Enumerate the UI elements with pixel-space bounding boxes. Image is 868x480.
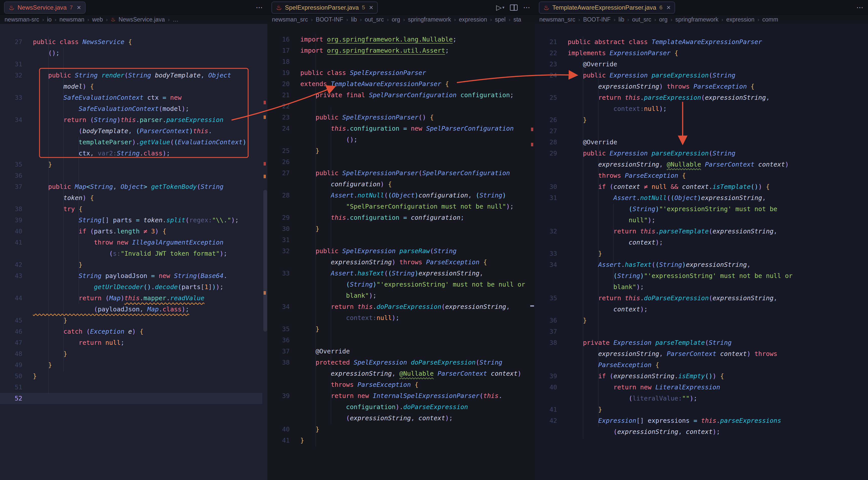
code-row[interactable]: context:null);: [268, 312, 530, 324]
code-row[interactable]: 34 return (String)this.parser.parseExpre…: [0, 115, 262, 126]
line-number[interactable]: [535, 270, 557, 282]
code-row[interactable]: 22implements ExpressionParser {: [535, 47, 863, 59]
code-row[interactable]: (payloadJson, Map.class);: [0, 304, 262, 315]
line-number[interactable]: [268, 179, 290, 190]
code-row[interactable]: 37: [535, 326, 863, 337]
line-number[interactable]: [535, 203, 557, 215]
line-number[interactable]: 41: [0, 237, 22, 248]
line-number[interactable]: 47: [0, 337, 22, 348]
tab-newsservice[interactable]: ♨ NewsService.java 7 ×: [4, 2, 86, 14]
code-row[interactable]: throws ParseException {: [268, 379, 530, 390]
code-row[interactable]: ParseException {: [535, 359, 863, 371]
line-number[interactable]: 31: [268, 234, 290, 246]
line-number[interactable]: 34: [0, 115, 22, 126]
code-row[interactable]: model) {: [0, 81, 262, 92]
breadcrumb-item[interactable]: BOOT-INF: [583, 16, 611, 23]
line-number[interactable]: [535, 81, 557, 92]
code-row[interactable]: (s:"Invalid JWT token format");: [0, 248, 262, 259]
code-row[interactable]: 46 catch (Exception e) {: [0, 326, 262, 337]
code-row[interactable]: 23 @Override: [535, 59, 863, 70]
line-number[interactable]: [268, 290, 290, 301]
code-row[interactable]: 17import org.springframework.util.Assert…: [268, 45, 530, 56]
line-number[interactable]: 26: [535, 115, 557, 126]
code-row[interactable]: 27: [535, 126, 863, 137]
code-row[interactable]: (bodyTemplate, (ParserContext)this.: [0, 126, 262, 137]
line-number[interactable]: [535, 237, 557, 248]
more-actions-button[interactable]: ⋯: [856, 4, 863, 11]
code-row[interactable]: 31: [0, 59, 262, 70]
line-number[interactable]: 45: [0, 315, 22, 326]
code-row[interactable]: expressionString, @Nullable ParserContex…: [268, 368, 530, 379]
line-number[interactable]: 38: [0, 203, 22, 215]
code-row[interactable]: 32 public String render(String bodyTempl…: [0, 70, 262, 81]
code-row[interactable]: 45 }: [0, 315, 262, 326]
line-number[interactable]: 43: [0, 270, 22, 282]
code-row[interactable]: 24 this.configuration = new SpelParserCo…: [268, 123, 530, 134]
code-row[interactable]: context:null);: [535, 103, 863, 115]
tab-spelexpressionparser[interactable]: ♨ SpelExpressionParser.java 5 ×: [272, 2, 378, 14]
code-editor[interactable]: 27public class NewsService { ();3132 pub…: [0, 24, 268, 480]
code-row[interactable]: context);: [535, 237, 863, 248]
code-editor[interactable]: 16import org.springframework.lang.Nullab…: [268, 24, 535, 480]
code-row[interactable]: 34 Assert.hasText((String)expressionStri…: [535, 259, 863, 270]
line-number[interactable]: 50: [0, 371, 22, 382]
line-number[interactable]: 24: [535, 70, 557, 81]
code-row[interactable]: 35 }: [268, 324, 530, 335]
code-row[interactable]: 49 }: [0, 359, 262, 371]
line-number[interactable]: 52: [0, 393, 22, 404]
more-actions-button[interactable]: ⋯: [256, 4, 263, 11]
code-row[interactable]: 42 Expression[] expressions = this.parse…: [535, 415, 863, 426]
line-number[interactable]: [535, 359, 557, 371]
line-number[interactable]: 32: [0, 70, 22, 81]
line-number[interactable]: 34: [535, 259, 557, 270]
line-number[interactable]: 22: [535, 47, 557, 59]
code-row[interactable]: configuration) {: [268, 179, 530, 190]
breadcrumb-item[interactable]: lib: [351, 16, 357, 23]
line-number[interactable]: 46: [0, 326, 22, 337]
line-number[interactable]: 32: [268, 246, 290, 257]
line-number[interactable]: 37: [0, 181, 22, 192]
code-row[interactable]: (String)"'expressionString' must not be …: [535, 270, 863, 282]
breadcrumb-item[interactable]: comm: [762, 16, 778, 23]
line-number[interactable]: [0, 137, 22, 148]
split-editor-button[interactable]: [510, 5, 518, 11]
line-number[interactable]: [268, 201, 290, 212]
breadcrumb-item[interactable]: web: [92, 16, 103, 23]
line-number[interactable]: [0, 81, 22, 92]
line-number[interactable]: 44: [0, 293, 22, 304]
code-row[interactable]: 38 try {: [0, 203, 262, 215]
line-number[interactable]: [535, 393, 557, 404]
line-number[interactable]: 28: [535, 137, 557, 148]
line-number[interactable]: 39: [0, 215, 22, 226]
breadcrumb-item[interactable]: newsman_src: [539, 16, 575, 23]
breadcrumb-item[interactable]: springframework: [675, 16, 718, 23]
tab-templateawareexpressionparser[interactable]: ♨ TemplateAwareExpressionParser.java 6 ×: [539, 2, 675, 14]
code-row[interactable]: 35 return this.doParseExpression(express…: [535, 293, 863, 304]
code-row[interactable]: 22: [268, 101, 530, 112]
line-number[interactable]: 18: [268, 56, 290, 67]
code-row[interactable]: 39 return new InternalSpelExpressionPars…: [268, 390, 530, 402]
line-number[interactable]: 41: [535, 404, 557, 415]
line-number[interactable]: [0, 192, 22, 203]
code-row[interactable]: 32 return this.parseTemplate(expressionS…: [535, 226, 863, 237]
breadcrumb-item[interactable]: expression: [459, 16, 487, 23]
line-number[interactable]: 42: [535, 415, 557, 426]
code-row[interactable]: 41 throw new IllegalArgumentException: [0, 237, 262, 248]
line-number[interactable]: 27: [535, 126, 557, 137]
line-number[interactable]: 36: [535, 315, 557, 326]
line-number[interactable]: 32: [535, 226, 557, 237]
line-number[interactable]: 26: [268, 156, 290, 168]
breadcrumb-item[interactable]: org: [659, 16, 668, 23]
line-number[interactable]: 17: [268, 45, 290, 56]
code-row[interactable]: 47 return null;: [0, 337, 262, 348]
breadcrumb-item[interactable]: newsman: [60, 16, 84, 23]
code-row[interactable]: (literalValue:"");: [535, 393, 863, 404]
close-icon[interactable]: ×: [77, 4, 81, 11]
code-row[interactable]: 50}: [0, 371, 262, 382]
line-number[interactable]: 36: [0, 170, 22, 181]
line-number[interactable]: [268, 312, 290, 324]
line-number[interactable]: [268, 379, 290, 390]
line-number[interactable]: 30: [268, 223, 290, 234]
line-number[interactable]: 25: [535, 92, 557, 103]
code-row[interactable]: blank");: [268, 290, 530, 301]
